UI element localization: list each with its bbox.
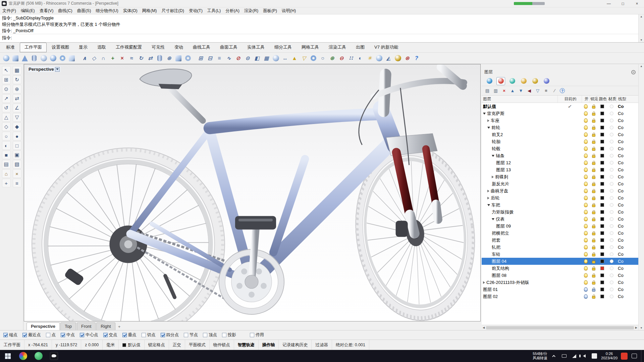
tray-chevron-icon[interactable]: [551, 355, 557, 357]
layer-lock-icon[interactable]: [592, 268, 595, 270]
layer-visibility-bulb-icon[interactable]: [584, 238, 588, 242]
layer-linetype[interactable]: Co: [616, 153, 638, 158]
layer-row[interactable]: 前叉结构 ✓ Co: [482, 265, 638, 272]
sidebar-tool-icon[interactable]: ⊕: [13, 85, 21, 94]
layer-lock-icon[interactable]: [592, 289, 595, 292]
sidebar-tool-icon[interactable]: ▣: [13, 150, 21, 159]
toolbar-icon[interactable]: ∷: [346, 54, 356, 63]
window-control-button[interactable]: □: [616, 0, 630, 7]
toolbar-icon[interactable]: ▲: [290, 54, 299, 63]
layers-toolbar-icon[interactable]: ▼: [518, 88, 524, 94]
fan-speed-widget[interactable]: 554转/分 风扇转速: [533, 352, 547, 360]
menu-item[interactable]: 曲面(S): [75, 7, 94, 14]
layer-material-icon[interactable]: [610, 224, 613, 228]
toolbar-icon[interactable]: ≡: [215, 54, 224, 63]
layer-material-icon[interactable]: [610, 288, 613, 291]
toolbar-icon[interactable]: ↻: [136, 54, 146, 63]
layer-color-swatch[interactable]: [600, 147, 604, 150]
toolbar-icon[interactable]: ?: [412, 54, 421, 63]
layer-material-icon[interactable]: [610, 196, 613, 200]
osnap-checkbox[interactable]: 最近点: [22, 332, 41, 338]
command-scrollbar[interactable]: ▲ ▼: [638, 14, 644, 42]
layer-lock-icon[interactable]: [592, 247, 595, 249]
layer-row[interactable]: 把套 ✓ Co: [482, 237, 638, 244]
layer-color-swatch[interactable]: [600, 238, 604, 242]
viewport-title[interactable]: Perspective: [28, 66, 61, 72]
toolbar-icon[interactable]: ⊛: [402, 54, 412, 63]
menu-item[interactable]: 面板(P): [261, 7, 279, 14]
layer-visibility-bulb-icon[interactable]: [584, 231, 588, 235]
toolbar-icon[interactable]: [155, 54, 164, 63]
layer-color-swatch[interactable]: [600, 288, 604, 291]
layer-linetype[interactable]: Co: [616, 202, 638, 207]
layer-row[interactable]: 轧把 ✓ Co: [482, 244, 638, 251]
checkbox-icon[interactable]: [203, 333, 207, 337]
layer-linetype[interactable]: Co: [616, 294, 638, 299]
toolbar-icon[interactable]: [67, 54, 76, 63]
layer-linetype[interactable]: Co: [616, 167, 638, 172]
toolbar-icon[interactable]: ▦: [262, 54, 271, 63]
layer-row[interactable]: 后轮 ✓ Co: [482, 194, 638, 201]
ribbon-tab[interactable]: 曲面工具: [215, 43, 242, 52]
layer-lock-icon[interactable]: [592, 141, 595, 144]
layer-linetype[interactable]: Co: [616, 238, 638, 243]
checkbox-icon[interactable]: [80, 333, 84, 337]
current-layer-check-icon[interactable]: ✓: [568, 104, 572, 109]
layers-toolbar-icon[interactable]: ×: [501, 88, 507, 94]
toolbar-icon[interactable]: ∩: [99, 54, 108, 63]
ribbon-tab[interactable]: V7 的新功能: [370, 43, 403, 52]
view-tab[interactable]: Perspective: [26, 322, 60, 330]
toolbar-icon[interactable]: ◭: [384, 54, 393, 63]
layer-color-swatch[interactable]: [600, 203, 604, 207]
layer-row[interactable]: 默认值 ✓ Co: [482, 103, 638, 110]
toolbar-icon[interactable]: [1, 54, 11, 63]
layer-linetype[interactable]: Co: [616, 174, 638, 179]
toolbar-icon[interactable]: [271, 54, 280, 63]
layer-material-icon[interactable]: [610, 154, 613, 158]
menu-item[interactable]: 实体(O): [121, 7, 140, 14]
layer-lock-icon[interactable]: [592, 162, 595, 165]
window-control-button[interactable]: ×: [630, 0, 644, 7]
osnap-checkbox[interactable]: 切点: [142, 332, 156, 338]
layers-vertical-scrollbar[interactable]: ▲ ▼: [638, 64, 644, 330]
ribbon-tab[interactable]: 细分工具: [270, 43, 297, 52]
layer-row[interactable]: 前碟刹 ✓ Co: [482, 173, 638, 180]
checkbox-icon[interactable]: [122, 333, 127, 337]
layer-row[interactable]: 图层 13 ✓ Co: [482, 166, 638, 173]
layer-color-swatch[interactable]: [600, 224, 604, 228]
layer-color-swatch[interactable]: [600, 175, 604, 179]
layer-material-icon[interactable]: [610, 105, 613, 108]
toolbar-icon[interactable]: [30, 54, 39, 63]
layer-visibility-bulb-icon[interactable]: [584, 175, 588, 179]
toolbar-icon[interactable]: ◇: [89, 54, 99, 63]
expand-open-icon[interactable]: [492, 155, 494, 157]
osnap-checkbox[interactable]: 节点: [184, 332, 198, 338]
toolbar-icon[interactable]: [174, 54, 183, 63]
toolbar-icon[interactable]: ◐: [356, 54, 365, 63]
layer-columns-header[interactable]: 图层 目前的 开 锁定 颜色 材质 线型: [482, 96, 638, 103]
menu-item[interactable]: 文件(F): [0, 7, 18, 14]
layer-visibility-bulb-icon[interactable]: [584, 139, 588, 144]
menu-item[interactable]: 工具(L): [205, 7, 223, 14]
sidebar-tool-icon[interactable]: ⊙: [2, 85, 11, 94]
title-bar[interactable]: 雷克萨斯 (506 MB) - Rhinoceros 7 Commercia -…: [0, 0, 644, 7]
layer-lock-icon[interactable]: [592, 275, 595, 278]
layer-material-icon[interactable]: [610, 238, 613, 242]
status-segment[interactable]: 物件锁点: [210, 340, 234, 350]
expand-closed-icon[interactable]: [487, 190, 489, 192]
expand-open-icon[interactable]: [483, 113, 486, 115]
toolbar-icon[interactable]: +: [108, 54, 117, 63]
toolbar-icon[interactable]: ∿: [224, 54, 233, 63]
sidebar-tool-icon[interactable]: △: [2, 113, 11, 122]
osnap-checkbox[interactable]: 停用: [250, 332, 264, 338]
layer-color-swatch[interactable]: [600, 105, 604, 108]
panel-tab[interactable]: [508, 77, 517, 85]
layer-color-swatch[interactable]: [600, 196, 604, 200]
panel-tab[interactable]: [531, 77, 539, 85]
layer-material-icon[interactable]: [610, 281, 613, 284]
layer-material-icon[interactable]: [610, 266, 613, 270]
layer-row[interactable]: 辐条 ✓ Co: [482, 152, 638, 159]
layer-lock-icon[interactable]: [592, 134, 595, 137]
checkbox-icon[interactable]: [250, 333, 254, 337]
layer-color-swatch[interactable]: [600, 161, 604, 165]
